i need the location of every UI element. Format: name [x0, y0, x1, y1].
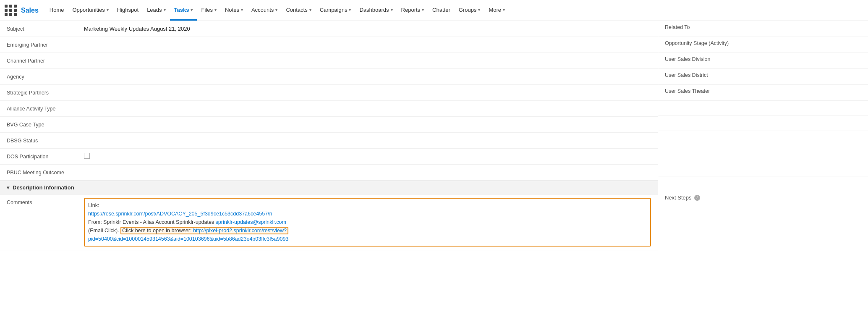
nav-item-tasks[interactable]: Tasks ▾ — [170, 0, 197, 21]
field-label: Alliance Activity Type — [0, 106, 84, 112]
form-row: Channel Partner✏ — [0, 53, 658, 69]
chevron-down-icon: ▾ — [191, 8, 193, 12]
nav-item-accounts[interactable]: Accounts ▾ — [247, 0, 282, 21]
next-steps-block: Next Stepsi — [658, 190, 868, 205]
browser-link[interactable]: http://pixel-prod2.sprinklr.com/rest/vie… — [193, 228, 287, 234]
right-empty-row — [658, 146, 868, 161]
form-row: Agency✏ — [0, 69, 658, 85]
chevron-down-icon: ▾ — [422, 8, 424, 12]
right-field-label: Related To — [665, 24, 757, 30]
chevron-down-icon: ▾ — [164, 8, 166, 12]
app-launcher-icon[interactable] — [4, 4, 18, 17]
nav-item-home[interactable]: Home — [45, 0, 68, 21]
right-panel: Related To✏Opportunity Stage (Activity)✏… — [658, 21, 868, 315]
nav-item-opportunities[interactable]: Opportunities ▾ — [68, 0, 113, 21]
right-empty-row — [658, 131, 868, 146]
field-label: Emerging Partner — [0, 42, 84, 48]
right-form-row: User Sales Division✏ — [658, 53, 868, 69]
field-label: Subject — [0, 26, 84, 32]
form-row: DBSG Status✏ — [0, 133, 658, 149]
form-row: DOS Participation✏ — [0, 149, 658, 165]
form-row: Strategic Partners✏ — [0, 85, 658, 101]
right-field-label: Opportunity Stage (Activity) — [665, 40, 757, 46]
app-brand[interactable]: Sales — [21, 7, 39, 14]
chevron-down-icon: ▾ — [478, 8, 480, 12]
right-form-row: User Sales Theater✏ — [658, 85, 868, 101]
left-panel: SubjectMarketing Weekly Updates August 2… — [0, 21, 658, 315]
nav-item-files[interactable]: Files ▾ — [197, 0, 220, 21]
checkbox-dos-participation[interactable] — [84, 153, 90, 159]
browser-url-part2[interactable]: pid=50400&cid=100001459314563&aid=100103… — [88, 236, 288, 242]
description-information-section[interactable]: ▾Description Information — [0, 181, 658, 194]
nav-item-highspot[interactable]: Highspot — [113, 0, 143, 21]
nav-item-reports[interactable]: Reports ▾ — [397, 0, 429, 21]
field-label: PBUC Meeting Outcome — [0, 170, 84, 176]
chevron-down-icon: ▾ — [503, 8, 505, 12]
chevron-down-icon: ▾ — [275, 8, 277, 12]
right-empty-row — [658, 116, 868, 131]
right-form-row: Opportunity Stage (Activity)✏ — [658, 37, 868, 53]
field-label: DBSG Status — [0, 138, 84, 144]
form-row: PBUC Meeting Outcome✏ — [0, 165, 658, 181]
nav-item-notes[interactable]: Notes ▾ — [221, 0, 247, 21]
nav-item-groups[interactable]: Groups ▾ — [455, 0, 485, 21]
nav-item-campaigns[interactable]: Campaigns ▾ — [316, 0, 356, 21]
right-form-row: User Sales District✏ — [658, 69, 868, 85]
nav-item-contacts[interactable]: Contacts ▾ — [282, 0, 315, 21]
right-field-label: User Sales Division — [665, 56, 757, 62]
next-steps-text: Next Steps — [665, 194, 692, 201]
chevron-down-icon: ▾ — [107, 8, 109, 12]
right-form-row: Related To✏ — [658, 21, 868, 37]
nav-item-chatter[interactable]: Chatter — [428, 0, 455, 21]
chevron-down-icon: ▾ — [214, 8, 217, 12]
section-title: Description Information — [13, 184, 74, 191]
field-label: Agency — [0, 74, 84, 80]
main-content: SubjectMarketing Weekly Updates August 2… — [0, 21, 868, 315]
comments-content[interactable]: Link: https://rose.sprinklr.com/post/ADV… — [84, 198, 651, 247]
info-icon[interactable]: i — [694, 195, 700, 201]
nav-item-more[interactable]: More ▾ — [484, 0, 509, 21]
field-label: Strategic Partners — [0, 90, 84, 96]
field-value — [84, 153, 651, 160]
link-url[interactable]: https://rose.sprinklr.com/post/ADVOCACY_… — [88, 211, 272, 217]
next-steps-label: Next Stepsi — [665, 194, 700, 201]
from-email-link[interactable]: sprinklr-updates@sprinklr.com — [216, 219, 286, 225]
nav-menu: HomeOpportunities ▾HighspotLeads ▾Tasks … — [45, 0, 864, 21]
chevron-down-icon: ▾ — [7, 185, 9, 191]
chevron-down-icon: ▾ — [349, 8, 351, 12]
comments-label: Comments — [0, 198, 84, 205]
field-label: Channel Partner — [0, 58, 84, 64]
form-row: SubjectMarketing Weekly Updates August 2… — [0, 21, 658, 37]
from-text: From: Sprinklr Events - Alias Account Sp… — [88, 219, 216, 225]
link-label: Link: — [88, 202, 99, 208]
right-field-label: User Sales Theater — [665, 88, 757, 94]
nav-item-dashboards[interactable]: Dashboards ▾ — [355, 0, 397, 21]
chevron-down-icon: ▾ — [241, 8, 243, 12]
comments-block: Comments Link: https://rose.sprinklr.com… — [0, 194, 658, 250]
open-browser-text: Click here to open in browser: http://pi… — [120, 227, 288, 234]
nav-item-leads[interactable]: Leads ▾ — [143, 0, 170, 21]
field-value: Marketing Weekly Updates August 21, 2020 — [84, 26, 651, 32]
field-label: BVG Case Type — [0, 122, 84, 128]
navigation-bar: Sales HomeOpportunities ▾HighspotLeads ▾… — [0, 0, 868, 21]
email-suffix: (Email Click). — [88, 228, 119, 234]
chevron-down-icon: ▾ — [309, 8, 311, 12]
chevron-down-icon: ▾ — [391, 8, 393, 12]
right-empty-row — [658, 101, 868, 116]
right-field-label: User Sales District — [665, 72, 757, 78]
field-label: DOS Participation — [0, 154, 84, 160]
form-row: Alliance Activity Type✏ — [0, 101, 658, 117]
form-row: Emerging Partner✏ — [0, 37, 658, 53]
form-row: BVG Case Type✏ — [0, 117, 658, 133]
right-empty-row — [658, 161, 868, 176]
